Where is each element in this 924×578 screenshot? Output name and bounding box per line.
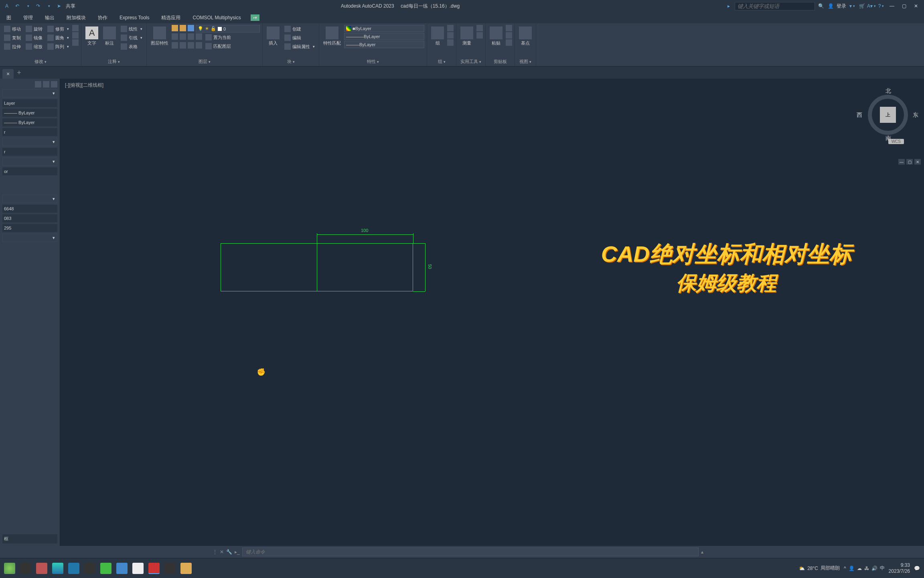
cube-west[interactable]: 西 — [857, 112, 862, 119]
color-dropdown[interactable]: ■ ByLayer — [344, 25, 424, 32]
lp-icon-3[interactable] — [51, 81, 57, 88]
calendar-icon[interactable] — [36, 563, 47, 574]
cmd-close-icon[interactable]: ✕ — [220, 549, 224, 555]
tray-up-icon[interactable]: ^ — [844, 566, 846, 571]
leader-button[interactable]: 引线 — [119, 34, 144, 42]
text-button[interactable]: A文字 — [84, 25, 100, 58]
lp-er[interactable]: r — [2, 148, 57, 156]
cmd-wrench-icon[interactable]: 🔧 — [226, 549, 232, 555]
send-icon[interactable]: ➤ — [55, 2, 63, 10]
tray-vol-icon[interactable]: 🔊 — [871, 566, 877, 571]
menu-overflow-icon[interactable]: ▪▾ — [251, 14, 259, 21]
cube-top[interactable]: 上 — [880, 107, 896, 123]
drawing-canvas[interactable]: [-][俯视][二维线框] — ▢ ✕ 上 北 南 西 东 WCS 100 50 — [60, 79, 924, 546]
lp-select-3[interactable]: ▾ — [2, 157, 57, 166]
wechat-icon[interactable] — [100, 563, 111, 574]
dim-button[interactable]: 标注 — [101, 25, 118, 58]
edit-attr-button[interactable]: 编辑属性 — [283, 43, 316, 51]
panel-annotate-title[interactable]: 注释 — [84, 58, 144, 65]
g1[interactable] — [447, 25, 454, 31]
autodesk-drop-icon[interactable]: A▾ — [868, 2, 875, 10]
u2[interactable] — [476, 32, 483, 39]
close-button[interactable]: ✕ — [911, 2, 921, 10]
lp-select-1[interactable]: ▾ — [2, 89, 57, 98]
taskview-icon[interactable] — [20, 563, 31, 574]
user-icon[interactable]: 👤 — [827, 2, 834, 10]
l8[interactable] — [196, 42, 202, 49]
lp-bylayer-1[interactable]: ——— ByLayer — [2, 109, 57, 117]
menu-express[interactable]: Express Tools — [117, 14, 152, 22]
cmd-handle-icon[interactable]: ⋮ — [213, 549, 217, 555]
mail-icon[interactable] — [68, 563, 79, 574]
rotate-button[interactable]: 旋转 — [24, 25, 44, 33]
extra-icon-2[interactable] — [72, 32, 79, 39]
l3[interactable] — [188, 33, 194, 40]
login-drop-icon[interactable]: ▾ — [849, 2, 856, 10]
menu-drawing[interactable]: 图 — [4, 13, 14, 22]
view-label[interactable]: [-][俯视][二维线框] — [65, 82, 103, 89]
lp-icon-1[interactable] — [35, 81, 41, 88]
menu-output[interactable]: 输出 — [43, 13, 57, 22]
autocad-icon[interactable] — [148, 563, 160, 574]
cloud-icon[interactable] — [132, 563, 144, 574]
explorer-icon[interactable] — [180, 563, 192, 574]
linetype-dropdown[interactable]: ———— ByLayer — [344, 33, 424, 40]
lp-r[interactable]: r — [2, 128, 57, 136]
lp-select-2[interactable]: ▾ — [2, 138, 57, 146]
cube-north[interactable]: 北 — [886, 88, 891, 95]
cmd-expand-icon[interactable]: ▴ — [701, 549, 703, 555]
mirror-button[interactable]: 镜像 — [24, 34, 44, 42]
match-props-button[interactable]: 特性匹配 — [322, 25, 342, 58]
clock[interactable]: 9:33 2023/7/26 — [889, 562, 910, 574]
panel-layer-title[interactable]: 图层 — [149, 58, 260, 65]
view-cube[interactable]: 上 北 南 西 东 — [864, 91, 912, 139]
vp-max-icon[interactable]: ▢ — [906, 159, 913, 165]
panel-props-title[interactable]: 特性 — [322, 58, 424, 65]
layer-props-button[interactable]: 图层特性 — [149, 25, 170, 58]
tray-cloud-icon[interactable]: ☁ — [857, 566, 862, 571]
fillet-button[interactable]: 圆角 — [46, 34, 71, 42]
search-trigger-icon[interactable]: ▸ — [725, 2, 732, 10]
help-icon[interactable]: ? — [877, 2, 885, 10]
notification-icon[interactable]: 💬 — [914, 566, 920, 571]
trim-button[interactable]: 修剪 — [46, 25, 71, 33]
tray-people-icon[interactable]: 👤 — [849, 566, 855, 571]
search-icon[interactable]: 🔍 — [817, 2, 825, 10]
rec-icon[interactable] — [164, 563, 176, 574]
copy-button[interactable]: 复制 — [2, 34, 22, 42]
measure-button[interactable]: 测量 — [459, 25, 475, 58]
lp-or[interactable]: or — [2, 167, 57, 175]
stretch-button[interactable]: 拉伸 — [2, 43, 22, 51]
undo-drop-icon[interactable] — [24, 2, 31, 10]
c1[interactable] — [506, 25, 512, 31]
l1[interactable] — [172, 33, 178, 40]
minimize-button[interactable]: — — [887, 2, 897, 10]
lineweight-dropdown[interactable]: ——— ByLayer — [344, 41, 424, 48]
make-current-button[interactable]: 置为当前 — [204, 33, 233, 41]
lp-layer[interactable]: Layer — [2, 99, 57, 107]
undo-icon[interactable]: ↶ — [14, 2, 21, 10]
wcs-badge[interactable]: WCS — [888, 139, 904, 144]
lp-icon-2[interactable] — [43, 81, 49, 88]
move-button[interactable]: 移动 — [2, 25, 22, 33]
c2[interactable] — [506, 32, 512, 39]
menu-manage[interactable]: 管理 — [21, 13, 35, 22]
search-task-icon[interactable] — [116, 563, 128, 574]
layer-icon-1[interactable] — [172, 25, 178, 31]
maximize-button[interactable]: ▢ — [899, 2, 909, 10]
layer-icon-2[interactable] — [180, 25, 186, 31]
cube-east[interactable]: 东 — [913, 112, 918, 119]
weather-widget[interactable]: ⛅ 28°C 局部晴朗 — [799, 565, 840, 572]
menu-addins[interactable]: 附加模块 — [64, 13, 88, 22]
c3[interactable] — [506, 39, 512, 46]
qq-icon[interactable] — [84, 563, 95, 574]
linear-button[interactable]: 线性 — [119, 25, 144, 33]
basis-button[interactable]: 基点 — [517, 25, 533, 58]
l7[interactable] — [188, 42, 194, 49]
tray-ime[interactable]: 中 — [880, 565, 885, 572]
lp-frame[interactable]: 框 — [2, 534, 57, 543]
redo-drop-icon[interactable] — [45, 2, 52, 10]
panel-group-title[interactable]: 组 — [430, 58, 454, 65]
l6[interactable] — [180, 42, 186, 49]
vp-min-icon[interactable]: — — [898, 159, 905, 165]
